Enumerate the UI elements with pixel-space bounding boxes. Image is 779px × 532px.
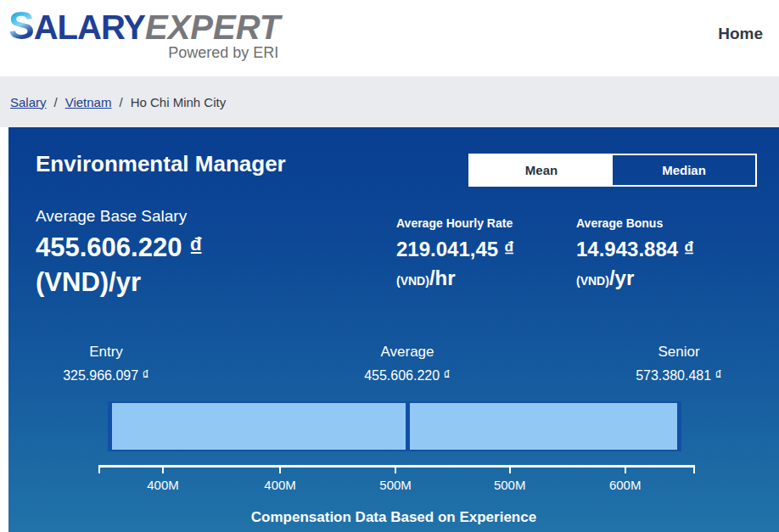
job-title: Environmental Manager bbox=[36, 151, 286, 177]
axis-tick-label: 400M bbox=[147, 478, 179, 492]
axis-tick-label: 600M bbox=[609, 478, 642, 492]
breadcrumb-current-city: Ho Chi Minh City bbox=[131, 95, 227, 109]
hourly-rate-currency: (VND) bbox=[396, 274, 429, 288]
bonus-label: Average Bonus bbox=[576, 216, 694, 230]
mean-toggle-button[interactable]: Mean bbox=[470, 155, 613, 185]
senior-label: Senior bbox=[594, 344, 764, 361]
chart-caption: Compensation Data Based on Experience bbox=[8, 509, 779, 526]
mean-median-toggle: Mean Median bbox=[468, 154, 757, 187]
average-salary-block: Average 455.606.220 ₫ bbox=[322, 344, 492, 384]
base-salary-amount: 455.606.220 ₫ bbox=[36, 230, 203, 265]
base-salary-unit: (VND)/yr bbox=[36, 265, 203, 300]
salary-panel: Environmental Manager Mean Median Averag… bbox=[8, 127, 779, 532]
axis-tick bbox=[509, 465, 511, 473]
logo-wordmark: SALARYEXPERT bbox=[8, 7, 280, 46]
axis-tick-label: 500M bbox=[494, 478, 526, 492]
site-header: SALARYEXPERT Powered by ERI Home bbox=[0, 0, 779, 76]
breadcrumb-separator: / bbox=[54, 95, 58, 109]
average-to-senior-bar bbox=[410, 403, 677, 450]
average-base-salary-label: Average Base Salary bbox=[36, 207, 187, 226]
average-base-salary-value: 455.606.220 ₫ (VND)/yr bbox=[36, 230, 203, 300]
median-toggle-button[interactable]: Median bbox=[613, 155, 755, 185]
nav-home-link[interactable]: Home bbox=[718, 25, 763, 43]
average-label: Average bbox=[322, 344, 492, 361]
hourly-rate-unit: (VND)/hr bbox=[396, 266, 514, 290]
axis-line bbox=[99, 465, 694, 468]
entry-to-average-bar bbox=[112, 403, 406, 450]
hourly-rate-per: /hr bbox=[429, 266, 456, 289]
bonus-value: 14.943.884 ₫ bbox=[576, 238, 694, 261]
axis-tick bbox=[279, 465, 281, 473]
logo-expert-text: EXPERT bbox=[145, 8, 280, 46]
bonus-unit: (VND)/yr bbox=[576, 266, 694, 290]
breadcrumb-separator: / bbox=[119, 95, 122, 109]
axis-tick bbox=[162, 465, 164, 473]
axis-tick bbox=[625, 465, 626, 473]
axis-tick bbox=[395, 465, 396, 473]
bonus-currency: (VND) bbox=[576, 274, 609, 288]
average-hourly-rate-block: Average Hourly Rate 219.041,45 ₫ (VND)/h… bbox=[396, 216, 514, 290]
entry-salary-block: Entry 325.966.097 ₫ bbox=[21, 344, 191, 384]
axis-end-tick bbox=[693, 465, 695, 473]
senior-value: 573.380.481 ₫ bbox=[594, 368, 764, 384]
entry-value: 325.966.097 ₫ bbox=[21, 368, 191, 384]
axis-tick-label: 400M bbox=[264, 478, 296, 492]
breadcrumb-salary-link[interactable]: Salary bbox=[10, 95, 47, 109]
hourly-rate-value: 219.041,45 ₫ bbox=[396, 238, 514, 261]
hourly-rate-label: Average Hourly Rate bbox=[396, 216, 514, 230]
bonus-per: /yr bbox=[609, 266, 634, 289]
breadcrumb-vietnam-link[interactable]: Vietnam bbox=[65, 95, 112, 109]
entry-label: Entry bbox=[21, 344, 191, 361]
senior-salary-block: Senior 573.380.481 ₫ bbox=[594, 344, 764, 384]
axis-end-tick bbox=[98, 465, 100, 473]
chart-axis: 400M 400M 500M 500M 600M bbox=[99, 465, 694, 496]
breadcrumb: Salary / Vietnam / Ho Chi Minh City bbox=[0, 76, 779, 127]
average-bonus-block: Average Bonus 14.943.884 ₫ (VND)/yr bbox=[576, 216, 694, 290]
logo-s-glyph: S bbox=[8, 3, 34, 48]
average-value: 455.606.220 ₫ bbox=[322, 368, 492, 384]
experience-range-bar bbox=[108, 401, 681, 451]
salaryexpert-logo[interactable]: SALARYEXPERT Powered by ERI bbox=[8, 7, 280, 62]
logo-tagline: Powered by ERI bbox=[8, 44, 280, 62]
logo-salary-text: ALARY bbox=[34, 8, 145, 46]
axis-tick-label: 500M bbox=[379, 478, 412, 492]
